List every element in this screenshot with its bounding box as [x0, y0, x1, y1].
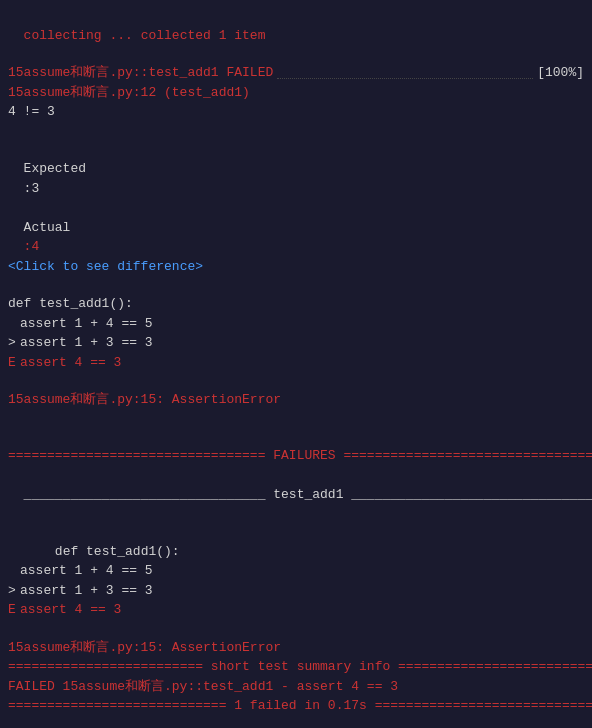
test-section-header: _______________________________ test_add… [8, 465, 584, 504]
expected-value: :3 [24, 181, 40, 196]
failures-code-line-1: assert 1 + 4 == 5 [8, 561, 584, 581]
test-result-line: 15assume和断言.py::test_add1 FAILED [100%] [8, 63, 584, 83]
failures-arrow-2: > [8, 581, 20, 601]
test-status: FAILED [219, 63, 274, 83]
click-diff-link[interactable]: <Click to see difference> [8, 257, 584, 277]
final-result-line: ============================ 1 failed in… [8, 696, 584, 716]
code-text-3: assert 4 == 3 [20, 353, 121, 373]
failed-result-line: FAILED 15assume和断言.py::test_add1 - asser… [8, 677, 584, 697]
failures-indent [24, 544, 55, 559]
failures-separator: ================================= FAILUR… [8, 446, 584, 466]
test-dash-right: ________________________________ [343, 487, 592, 502]
code-e-marker: E [8, 353, 20, 373]
code-text-1: assert 1 + 4 == 5 [20, 314, 153, 334]
collected-text: collected 1 item [141, 28, 266, 43]
actual-line: Actual :4 [8, 198, 584, 257]
test-dash-left: _______________________________ [24, 487, 274, 502]
actual-label: Actual [24, 220, 86, 235]
expected-line: Expected :3 [8, 140, 584, 199]
code-text-2: assert 1 + 3 == 3 [20, 333, 153, 353]
collecting-line: collecting ... collected 1 item [8, 6, 584, 45]
code-def-line: def test_add1(): [8, 294, 584, 314]
failures-code-line-2: > assert 1 + 3 == 3 [8, 581, 584, 601]
failures-text-1: assert 1 + 4 == 5 [20, 561, 153, 581]
test-file-failed: 15assume和断言.py::test_add1 [8, 63, 219, 83]
assertion-error-ref: 15assume和断言.py:15: AssertionError [8, 390, 584, 410]
code-line-3: E assert 4 == 3 [8, 353, 584, 373]
progress-percent: [100%] [537, 63, 584, 83]
failures-assertion-error: 15assume和断言.py:15: AssertionError [8, 638, 584, 658]
test-section-name: test_add1 [273, 487, 343, 502]
failures-def-line: def test_add1(): [8, 522, 584, 561]
traceback-file-line: 15assume和断言.py:12 (test_add1) [8, 83, 584, 103]
collecting-word: collecting ... [24, 28, 141, 43]
summary-separator: ========================= short test sum… [8, 657, 584, 677]
failures-text-3: assert 4 == 3 [20, 600, 121, 620]
code-line-2: > assert 1 + 3 == 3 [8, 333, 584, 353]
actual-value: :4 [24, 239, 40, 254]
failures-e-marker: E [8, 600, 20, 620]
failures-def-text: def test_add1(): [55, 544, 180, 559]
code-line-1: assert 1 + 4 == 5 [8, 314, 584, 334]
code-arrow-2: > [8, 333, 20, 353]
expected-label: Expected [24, 161, 86, 176]
failures-code-line-3: E assert 4 == 3 [8, 600, 584, 620]
failures-text-2: assert 1 + 3 == 3 [20, 581, 153, 601]
assert-fail-line: 4 != 3 [8, 102, 584, 122]
